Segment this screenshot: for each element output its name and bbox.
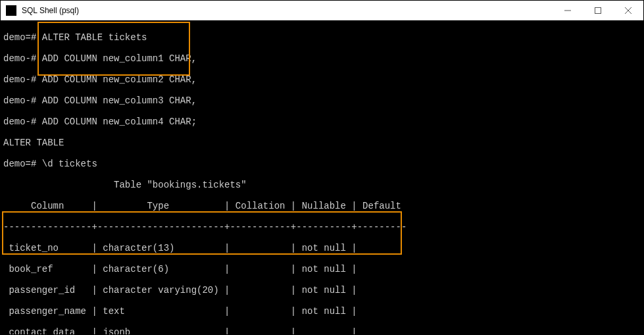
window-controls — [553, 1, 643, 20]
table-header: Column | Type | Collation | Nullable | D… — [3, 201, 641, 211]
minimize-icon — [564, 7, 571, 14]
sql-line: demo-# ADD COLUMN new_column4 CHAR; — [3, 116, 641, 127]
prompt-cont: demo-# — [3, 74, 42, 85]
highlight-box-sql — [37, 22, 190, 76]
sql-text: ADD COLUMN new_column4 CHAR; — [42, 116, 197, 127]
sql-text: ALTER TABLE tickets — [42, 32, 147, 43]
minimize-button[interactable] — [553, 1, 583, 20]
window-titlebar: SQL Shell (psql) — [1, 1, 643, 20]
window-title: SQL Shell (psql) — [22, 6, 553, 15]
sql-text: ADD COLUMN new_column2 CHAR, — [42, 74, 197, 85]
prompt-cont: demo-# — [3, 116, 42, 127]
close-icon — [625, 7, 632, 14]
sql-line: demo=# ALTER TABLE tickets — [3, 32, 641, 43]
sql-line: demo-# ADD COLUMN new_column1 CHAR, — [3, 53, 641, 64]
sql-cmd: \d tickets — [42, 159, 97, 169]
app-icon — [6, 5, 16, 16]
prompt: demo=# — [3, 159, 42, 169]
sql-text: ADD COLUMN new_column3 CHAR, — [42, 95, 197, 106]
table-title: Table "bookings.tickets" — [3, 180, 641, 190]
table-row: contact_data | jsonb | | | — [3, 327, 641, 334]
table-separator: ----------------+-----------------------… — [3, 222, 641, 232]
table-row: book_ref | character(6) | | not null | — [3, 264, 641, 274]
prompt-cont: demo-# — [3, 53, 42, 64]
sql-line: demo=# \d tickets — [3, 159, 641, 169]
response-line: ALTER TABLE — [3, 138, 641, 148]
sql-text: ADD COLUMN new_column1 CHAR, — [42, 53, 197, 64]
sql-line: demo-# ADD COLUMN new_column3 CHAR, — [3, 95, 641, 106]
prompt-cont: demo-# — [3, 95, 42, 106]
close-button[interactable] — [613, 1, 643, 20]
table-row: ticket_no | character(13) | | not null | — [3, 243, 641, 253]
sql-line: demo-# ADD COLUMN new_column2 CHAR, — [3, 74, 641, 85]
terminal-output[interactable]: demo=# ALTER TABLE tickets demo-# ADD CO… — [1, 20, 643, 334]
maximize-icon — [595, 7, 601, 14]
table-row: passenger_name | text | | not null | — [3, 306, 641, 317]
prompt: demo=# — [3, 32, 42, 43]
maximize-button[interactable] — [583, 1, 613, 20]
svg-rect-1 — [595, 7, 601, 13]
table-row: passenger_id | character varying(20) | |… — [3, 285, 641, 296]
